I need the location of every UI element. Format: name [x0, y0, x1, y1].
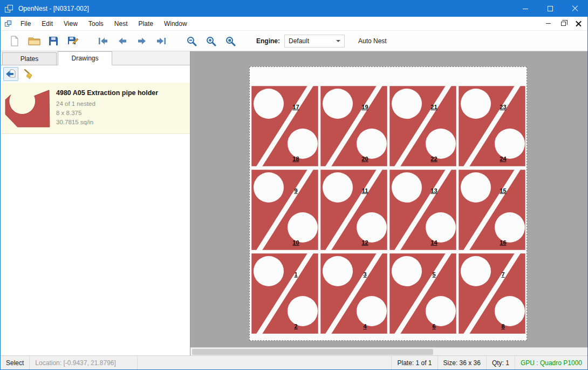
go-next-icon [136, 37, 147, 45]
window-title: OpenNest - [N0317-002] [18, 5, 89, 12]
tab-drawings[interactable]: Drawings [58, 51, 112, 65]
menu-edit[interactable]: Edit [36, 17, 58, 30]
maximize-icon [548, 6, 553, 11]
drawing-title: 4980 A05 Extraction pipe holder [56, 89, 158, 97]
nest-canvas[interactable]: 17 18 19 20 21 22 23 24 [190, 51, 587, 355]
new-document-icon [9, 35, 20, 47]
open-button[interactable] [24, 32, 44, 50]
auto-nest-button[interactable]: Auto Nest [353, 35, 392, 48]
zoom-in-icon [206, 36, 216, 46]
part-number: 2 [294, 323, 297, 329]
app-icon [5, 5, 14, 13]
mdi-close-button[interactable] [572, 18, 585, 29]
part-pair-shapes [319, 84, 388, 168]
go-first-button[interactable] [93, 32, 113, 50]
horizontal-scrollbar[interactable] [190, 347, 579, 355]
clean-nest-button[interactable] [21, 67, 36, 81]
menu-view[interactable]: View [58, 17, 83, 30]
broom-icon [23, 69, 34, 79]
mdi-restore-icon [561, 22, 566, 26]
nested-part-pair[interactable]: 17 18 [250, 84, 319, 168]
nested-part-pair[interactable]: 23 24 [457, 84, 527, 168]
part-number: 3 [363, 271, 366, 278]
part-number: 14 [430, 239, 437, 246]
part-number: 21 [430, 104, 437, 110]
nested-part-pair[interactable]: 5 6 [388, 252, 457, 335]
tab-plates[interactable]: Plates [2, 52, 57, 65]
save-icon [48, 36, 59, 46]
part-pair-shapes [250, 252, 319, 335]
scrollbar-thumb[interactable] [192, 349, 433, 355]
part-number: 11 [362, 187, 368, 194]
drawing-list-item[interactable]: 4980 A05 Extraction pipe holder 24 of 1 … [1, 83, 190, 134]
part-number: 23 [500, 104, 506, 110]
navigation-toolbar-group [93, 32, 171, 50]
menu-window[interactable]: Window [159, 17, 193, 30]
nested-part-pair[interactable]: 1 2 [250, 252, 319, 335]
mdi-minimize-button[interactable] [542, 18, 555, 29]
zoom-fit-icon [225, 36, 236, 46]
nested-part-pair[interactable]: 13 14 [388, 168, 457, 252]
status-location: Location: [-0.9437, 21.8796] [30, 356, 138, 369]
part-pair-shapes [250, 84, 319, 168]
title-bar: OpenNest - [N0317-002] [1, 1, 587, 17]
go-last-button[interactable] [152, 32, 171, 50]
engine-selected-value: Default [289, 37, 309, 45]
go-next-button[interactable] [132, 32, 152, 50]
main-body: Plates Drawings [1, 51, 587, 355]
menu-nest[interactable]: Nest [109, 17, 133, 30]
menu-plate[interactable]: Plate [133, 17, 159, 30]
part-pair-shapes [457, 252, 527, 335]
new-button[interactable] [5, 32, 24, 50]
menu-file[interactable]: File [15, 17, 36, 30]
nested-part-pair[interactable]: 15 16 [457, 168, 527, 252]
part-number: 17 [292, 104, 299, 110]
nested-part-pair[interactable]: 3 4 [319, 252, 388, 335]
mdi-restore-button[interactable] [557, 18, 570, 29]
close-button[interactable] [563, 1, 587, 17]
zoom-in-button[interactable] [201, 32, 221, 50]
go-previous-button[interactable] [113, 32, 132, 50]
replace-drawing-button[interactable] [3, 67, 18, 81]
window-controls [513, 1, 587, 17]
part-pair-shapes [457, 168, 527, 252]
minimize-icon [523, 9, 528, 9]
part-pair-shapes [250, 168, 319, 252]
drawings-toolbar [1, 65, 190, 83]
nested-part-pair[interactable]: 9 10 [250, 168, 319, 252]
replace-drawing-icon [5, 69, 16, 79]
part-number: 13 [430, 187, 437, 194]
zoom-out-icon [186, 36, 197, 46]
status-plate: Plate: 1 of 1 [391, 356, 437, 369]
mdi-close-icon [576, 21, 582, 26]
engine-select[interactable]: Default [284, 35, 345, 48]
close-icon [572, 5, 578, 12]
panel-tabs: Plates Drawings [1, 51, 190, 65]
drawing-dimensions: 8 x 8.375 [56, 109, 158, 118]
save-as-button[interactable] [63, 32, 83, 50]
zoom-fit-button[interactable] [221, 32, 240, 50]
status-size: Size: 36 x 36 [437, 356, 486, 369]
chevron-down-icon [336, 40, 340, 42]
nested-part-pair[interactable]: 7 8 [457, 252, 527, 335]
nest-grid: 17 18 19 20 21 22 23 24 [250, 84, 527, 335]
part-number: 10 [292, 239, 299, 246]
part-number: 22 [430, 156, 437, 162]
zoom-out-button[interactable] [182, 32, 201, 50]
engine-label: Engine: [256, 37, 280, 45]
part-number: 1 [294, 271, 297, 278]
part-number: 18 [292, 156, 299, 162]
part-pair-shapes [388, 252, 457, 335]
nested-part-pair[interactable]: 21 22 [388, 84, 457, 168]
drawing-thumbnail [4, 86, 51, 130]
nested-part-pair[interactable]: 19 20 [319, 84, 388, 168]
app-window: OpenNest - [N0317-002] File Edit View To… [0, 0, 588, 370]
menu-tools[interactable]: Tools [83, 17, 109, 30]
nested-part-pair[interactable]: 11 12 [319, 168, 388, 252]
part-number: 6 [432, 323, 435, 329]
minimize-button[interactable] [513, 1, 538, 17]
part-pair-shapes [319, 168, 388, 252]
document-icon [5, 21, 12, 27]
save-button[interactable] [44, 32, 63, 50]
maximize-button[interactable] [538, 1, 563, 17]
